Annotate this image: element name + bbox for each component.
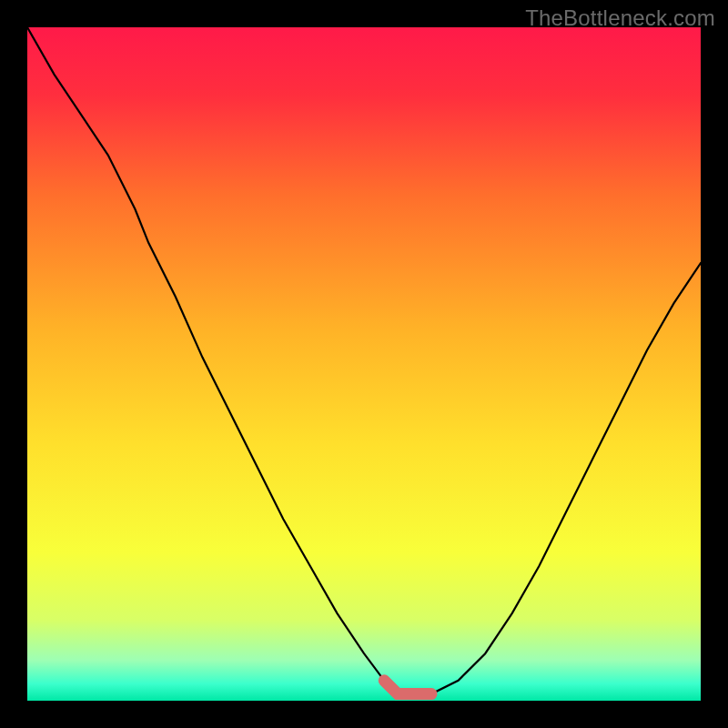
watermark-text: TheBottleneck.com — [525, 5, 715, 31]
plot-area — [27, 27, 701, 701]
gradient-background — [27, 27, 701, 701]
chart-svg — [27, 27, 701, 701]
chart-frame: TheBottleneck.com — [0, 0, 728, 728]
